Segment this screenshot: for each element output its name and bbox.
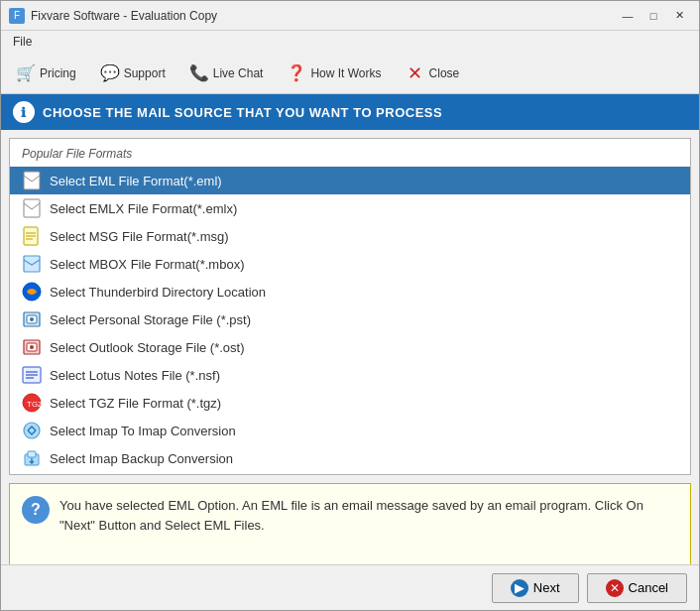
format-item-imap-conv[interactable]: Select Imap To Imap Conversion <box>10 417 690 444</box>
next-button[interactable]: ▶ Next <box>492 573 579 603</box>
svg-text:TGZ: TGZ <box>27 400 42 409</box>
format-item-imap-conv-label: Select Imap To Imap Conversion <box>50 424 236 438</box>
format-item-emlx[interactable]: Select EMLX File Format(*.emlx) <box>10 194 690 222</box>
svg-rect-0 <box>24 172 40 189</box>
format-item-imap-backup-label: Select Imap Backup Conversion <box>50 451 233 466</box>
header-banner: ℹ CHOOSE THE MAIL SOURCE THAT YOU WANT T… <box>1 94 699 130</box>
format-item-thunderbird-label: Select Thunderbird Directory Location <box>50 285 266 300</box>
bottom-bar: ▶ Next ✕ Cancel <box>1 564 699 610</box>
info-icon: ? <box>22 496 50 524</box>
toolbar-livechat-label: Live Chat <box>213 66 264 80</box>
title-bar-controls: — □ ✕ <box>616 5 691 27</box>
section-label: Popular File Formats <box>10 139 690 165</box>
howitworks-icon: ❓ <box>287 63 306 83</box>
svg-rect-6 <box>24 256 40 272</box>
svg-point-13 <box>30 345 34 349</box>
format-item-emlx-label: Select EMLX File Format(*.emlx) <box>50 201 237 216</box>
toolbar-close-button[interactable]: ✕ Close <box>395 57 471 90</box>
next-icon: ▶ <box>511 579 528 597</box>
cancel-button[interactable]: ✕ Cancel <box>587 573 687 603</box>
title-bar-left: F Fixvare Software - Evaluation Copy <box>9 8 217 24</box>
emlx-icon <box>22 198 42 218</box>
format-item-eml[interactable]: Select EML File Format(*.eml) <box>10 167 690 194</box>
menu-bar: File <box>1 31 699 53</box>
info-text: You have selected EML Option. An EML fil… <box>59 498 643 533</box>
imap-backup-icon <box>22 448 42 468</box>
toolbar-livechat-button[interactable]: 📞 Live Chat <box>178 57 275 90</box>
format-item-tgz[interactable]: TGZ Select TGZ File Format (*.tgz) <box>10 389 690 417</box>
toolbar-pricing-button[interactable]: 🛒 Pricing <box>5 57 87 90</box>
title-bar: F Fixvare Software - Evaluation Copy — □… <box>1 1 699 31</box>
support-icon: 💬 <box>100 63 120 83</box>
format-item-imap-backup[interactable]: Select Imap Backup Conversion <box>10 444 690 472</box>
toolbar: 🛒 Pricing 💬 Support 📞 Live Chat ❓ How It… <box>1 53 699 94</box>
toolbar-pricing-label: Pricing <box>40 66 76 80</box>
minimize-button[interactable]: — <box>616 5 640 27</box>
header-banner-icon: ℹ <box>13 101 35 123</box>
app-window: F Fixvare Software - Evaluation Copy — □… <box>0 0 700 611</box>
info-box: ? You have selected EML Option. An EML f… <box>9 483 691 572</box>
format-item-tgz-label: Select TGZ File Format (*.tgz) <box>50 396 221 411</box>
svg-rect-22 <box>28 451 36 457</box>
pricing-icon: 🛒 <box>16 63 36 83</box>
cancel-icon: ✕ <box>606 579 624 597</box>
toolbar-support-button[interactable]: 💬 Support <box>89 57 176 90</box>
format-item-nsf-label: Select Lotus Notes File (*.nsf) <box>50 368 220 383</box>
toolbar-howitworks-label: How It Works <box>310 66 381 80</box>
window-close-button[interactable]: ✕ <box>667 5 691 27</box>
msg-icon <box>22 226 42 246</box>
nsf-icon <box>22 365 42 385</box>
main-panel: Popular File Formats Select EML File For… <box>9 138 691 475</box>
format-item-eml-label: Select EML File Format(*.eml) <box>50 174 222 188</box>
format-item-pst[interactable]: Select Personal Storage File (*.pst) <box>10 306 690 333</box>
format-item-nsf[interactable]: Select Lotus Notes File (*.nsf) <box>10 361 690 389</box>
eml-icon <box>22 171 42 190</box>
format-item-msg-label: Select MSG File Format(*.msg) <box>50 229 229 244</box>
imap-conv-icon <box>22 421 42 440</box>
toolbar-close-icon: ✕ <box>406 63 425 83</box>
thunderbird-icon <box>22 282 42 302</box>
format-item-msg[interactable]: Select MSG File Format(*.msg) <box>10 222 690 250</box>
header-banner-text: CHOOSE THE MAIL SOURCE THAT YOU WANT TO … <box>43 105 442 120</box>
menu-file[interactable]: File <box>5 33 40 51</box>
livechat-icon: 📞 <box>189 63 209 83</box>
app-icon: F <box>9 8 25 24</box>
tgz-icon: TGZ <box>22 393 42 413</box>
ost-icon <box>22 337 42 357</box>
next-label: Next <box>533 580 560 595</box>
svg-point-20 <box>24 423 40 438</box>
svg-point-10 <box>30 317 34 321</box>
svg-rect-1 <box>24 199 40 217</box>
format-item-mbox[interactable]: Select MBOX File Format(*.mbox) <box>10 250 690 278</box>
format-item-pst-label: Select Personal Storage File (*.pst) <box>50 312 251 327</box>
cancel-label: Cancel <box>629 580 668 595</box>
format-item-thunderbird[interactable]: Select Thunderbird Directory Location <box>10 278 690 306</box>
mbox-icon <box>22 254 42 274</box>
pst-icon <box>22 309 42 329</box>
format-list: Select EML File Format(*.eml) Select EML… <box>10 165 690 474</box>
format-item-ost[interactable]: Select Outlook Storage File (*.ost) <box>10 333 690 361</box>
toolbar-support-label: Support <box>124 66 166 80</box>
format-item-mbox-label: Select MBOX File Format(*.mbox) <box>50 257 245 272</box>
maximize-button[interactable]: □ <box>642 5 665 27</box>
toolbar-howitworks-button[interactable]: ❓ How It Works <box>276 57 392 90</box>
window-title: Fixvare Software - Evaluation Copy <box>31 9 217 23</box>
toolbar-close-label: Close <box>429 66 460 80</box>
format-item-ost-label: Select Outlook Storage File (*.ost) <box>50 340 245 355</box>
